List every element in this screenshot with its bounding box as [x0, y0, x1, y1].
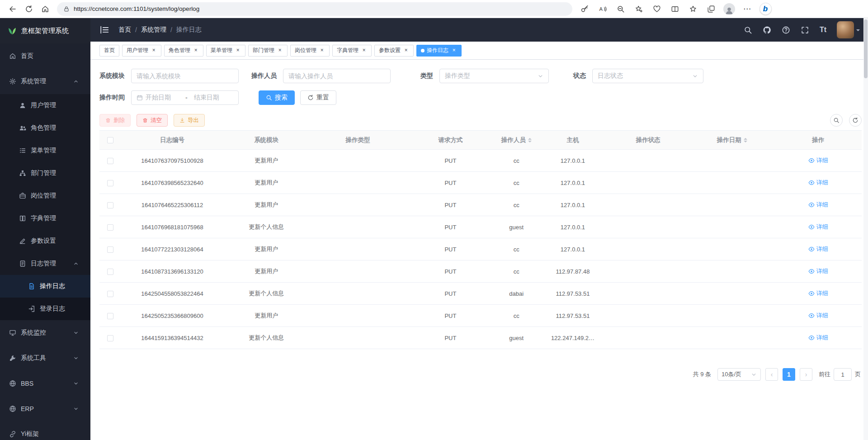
- sidebar-item-system-monitor[interactable]: 系统监控: [0, 320, 90, 345]
- row-checkbox[interactable]: [107, 202, 113, 208]
- browser-profile-button[interactable]: [722, 2, 737, 16]
- end-date-field[interactable]: 结束日期: [194, 94, 227, 102]
- refresh-table-button[interactable]: [849, 114, 862, 127]
- sidebar-item-post-mgmt[interactable]: 岗位管理: [0, 185, 90, 207]
- sidebar-item-login-log[interactable]: 登录日志: [0, 298, 90, 320]
- help-icon[interactable]: [782, 26, 790, 34]
- zoom-out-button[interactable]: [613, 2, 628, 16]
- sidebar-item-system-tools[interactable]: 系统工具: [0, 345, 90, 371]
- github-icon[interactable]: [763, 26, 771, 34]
- user-menu[interactable]: [837, 21, 860, 38]
- row-checkbox[interactable]: [107, 335, 113, 341]
- sort-carets-icon[interactable]: [744, 138, 747, 142]
- sidebar-item-system-mgmt[interactable]: 系统管理: [0, 69, 90, 94]
- operator-input[interactable]: [283, 69, 391, 83]
- sidebar-item-menu-mgmt[interactable]: 菜单管理: [0, 139, 90, 162]
- close-icon[interactable]: ×: [235, 47, 241, 54]
- sidebar-item-role-mgmt[interactable]: 角色管理: [0, 117, 90, 139]
- show-search-button[interactable]: [830, 114, 843, 127]
- search-icon[interactable]: [744, 26, 752, 34]
- browser-back-button[interactable]: [5, 2, 21, 16]
- tab-param-settings[interactable]: 参数设置×: [374, 45, 414, 57]
- tab-dict-mgmt[interactable]: 字典管理×: [332, 45, 372, 57]
- sidebar-fold-icon[interactable]: [99, 25, 109, 35]
- goto-page-input[interactable]: [834, 368, 852, 381]
- tab-oper-log[interactable]: 操作日志×: [416, 45, 462, 57]
- sidebar-item-home[interactable]: 首页: [0, 43, 90, 69]
- row-checkbox[interactable]: [107, 313, 113, 319]
- detail-link[interactable]: 详细: [808, 201, 828, 209]
- tab-home[interactable]: 首页: [99, 45, 119, 57]
- delete-button[interactable]: 删除: [99, 114, 131, 127]
- close-icon[interactable]: ×: [451, 47, 457, 54]
- close-icon[interactable]: ×: [403, 47, 409, 54]
- sidebar-item-user-mgmt[interactable]: 用户管理: [0, 94, 90, 117]
- col-operator[interactable]: 操作人员: [494, 131, 538, 150]
- detail-link[interactable]: 详细: [808, 267, 828, 275]
- sidebar-item-erp[interactable]: ERP: [0, 396, 90, 421]
- favorites-button[interactable]: [685, 2, 701, 16]
- browser-refresh-button[interactable]: [21, 2, 37, 16]
- close-icon[interactable]: ×: [151, 47, 157, 54]
- sidebar-item-oper-log[interactable]: 操作日志: [0, 275, 90, 298]
- detail-link[interactable]: 详细: [808, 334, 828, 342]
- tab-dept-mgmt[interactable]: 部门管理×: [248, 45, 288, 57]
- close-icon[interactable]: ×: [193, 47, 199, 54]
- search-button[interactable]: 搜索: [259, 90, 295, 105]
- module-input-field[interactable]: [137, 72, 233, 80]
- sidebar-item-dept-mgmt[interactable]: 部门管理: [0, 162, 90, 185]
- tab-role-mgmt[interactable]: 角色管理×: [164, 45, 203, 57]
- password-key-button[interactable]: [577, 2, 592, 16]
- scrollbar-thumb[interactable]: [864, 19, 868, 78]
- status-select[interactable]: 日志状态: [592, 69, 703, 83]
- select-all-checkbox[interactable]: [107, 137, 113, 143]
- detail-link[interactable]: 详细: [808, 179, 828, 187]
- tab-user-mgmt[interactable]: 用户管理×: [122, 45, 161, 57]
- add-favorite-button[interactable]: [631, 2, 646, 16]
- prev-page-button[interactable]: ‹: [765, 368, 778, 381]
- bing-chat-button[interactable]: b: [758, 2, 773, 16]
- user-avatar[interactable]: [837, 21, 854, 38]
- sidebar-item-yi-framework[interactable]: Yi框架: [0, 421, 90, 440]
- module-input[interactable]: [131, 69, 239, 83]
- breadcrumb-home[interactable]: 首页: [118, 26, 131, 34]
- page-size-select[interactable]: 10条/页: [717, 368, 761, 381]
- operator-input-field[interactable]: [288, 72, 385, 80]
- detail-link[interactable]: 详细: [808, 156, 828, 165]
- close-icon[interactable]: ×: [277, 47, 283, 54]
- fullscreen-icon[interactable]: [801, 26, 809, 34]
- clear-button[interactable]: 清空: [137, 114, 168, 127]
- row-checkbox[interactable]: [107, 246, 113, 253]
- row-checkbox[interactable]: [107, 291, 113, 297]
- row-checkbox[interactable]: [107, 269, 113, 275]
- row-checkbox[interactable]: [107, 158, 113, 164]
- split-screen-button[interactable]: [667, 2, 683, 16]
- sidebar-item-log-mgmt[interactable]: 日志管理: [0, 252, 90, 275]
- detail-link[interactable]: 详细: [808, 312, 828, 320]
- sidebar-item-dict-mgmt[interactable]: 字典管理: [0, 207, 90, 230]
- detail-link[interactable]: 详细: [808, 289, 828, 298]
- page-1-button[interactable]: 1: [783, 368, 795, 381]
- breadcrumb-system-mgmt[interactable]: 系统管理: [141, 26, 166, 34]
- reset-button[interactable]: 重置: [300, 90, 336, 105]
- start-date-field[interactable]: 开始日期: [146, 94, 179, 102]
- row-checkbox[interactable]: [107, 180, 113, 186]
- detail-link[interactable]: 详细: [808, 245, 828, 253]
- browser-home-button[interactable]: [37, 2, 53, 16]
- url-text[interactable]: https://ccnetcore.com:1101/system/log/op…: [74, 5, 199, 12]
- close-icon[interactable]: ×: [361, 47, 367, 54]
- collections-button[interactable]: [703, 2, 719, 16]
- date-range-picker[interactable]: 开始日期 - 结束日期: [131, 90, 239, 105]
- browser-menu-button[interactable]: ⋯: [740, 2, 755, 16]
- address-bar[interactable]: https://ccnetcore.com:1101/system/log/op…: [57, 2, 572, 16]
- read-aloud-button[interactable]: [595, 2, 610, 16]
- tab-post-mgmt[interactable]: 岗位管理×: [290, 45, 330, 57]
- detail-link[interactable]: 详细: [808, 223, 828, 231]
- tab-menu-mgmt[interactable]: 菜单管理×: [206, 45, 245, 57]
- close-icon[interactable]: ×: [319, 47, 325, 54]
- col-date[interactable]: 操作日期: [689, 131, 775, 150]
- font-size-icon[interactable]: Tt: [820, 26, 826, 34]
- sidebar-item-param-settings[interactable]: 参数设置: [0, 230, 90, 252]
- sidebar-item-bbs[interactable]: BBS: [0, 371, 90, 396]
- page-scrollbar[interactable]: [863, 18, 868, 440]
